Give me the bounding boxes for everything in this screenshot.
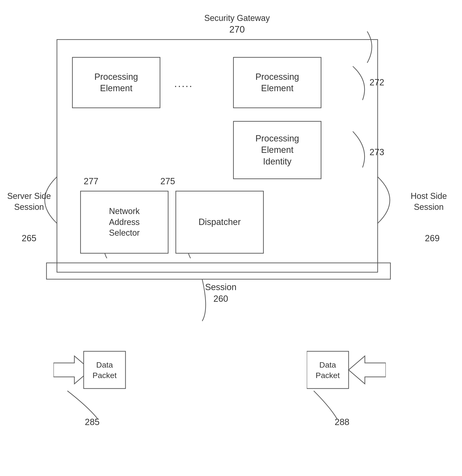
server-side-session-text: Server SideSession [7,191,51,212]
server-side-session-number: 265 [5,233,53,244]
network-address-selector-box: NetworkAddressSelector [80,191,168,254]
dispatcher-label: Dispatcher [198,216,241,228]
processing-element-1-label: ProcessingElement [94,71,138,94]
svg-rect-3 [84,351,125,389]
processing-element-identity-box: ProcessingElementIdentity [233,121,322,179]
host-side-session-label: Host SideSession [404,191,453,213]
svg-text:Data: Data [96,360,113,369]
svg-rect-1 [47,263,390,279]
network-address-selector-label: NetworkAddressSelector [109,206,140,238]
ref-285-label: 285 [85,416,99,428]
security-gateway-label: Security Gateway [190,13,283,24]
svg-marker-9 [349,356,386,384]
svg-rect-6 [307,351,349,389]
ref-288-label: 288 [335,416,349,428]
svg-text:Data: Data [319,360,336,369]
host-side-session-text: Host SideSession [411,191,447,212]
svg-text:Packet: Packet [92,371,117,380]
processing-element-2-box: ProcessingElement [233,57,322,108]
processing-element-identity-label: ProcessingElementIdentity [256,133,299,167]
data-packet-2-svg: Data Packet [307,347,386,393]
dispatcher-box: Dispatcher [175,191,264,254]
server-side-session-label: Server SideSession [5,191,53,213]
session-number: 260 [190,293,251,305]
ref-275-label: 275 [160,176,175,187]
ellipsis-label: ..... [170,77,198,90]
ref-277-label: 277 [84,176,98,187]
session-label: Session [190,281,251,293]
processing-element-2-label: ProcessingElement [256,71,299,94]
svg-text:Packet: Packet [316,371,340,380]
diagram: Security Gateway 270 ProcessingElement .… [0,0,462,476]
data-packet-1-svg: Data Packet [53,347,128,393]
processing-element-1-box: ProcessingElement [72,57,160,108]
security-gateway-number: 270 [190,23,283,35]
ref-272-label: 272 [370,77,384,88]
ref-273-label: 273 [370,147,384,158]
host-side-session-number: 269 [418,233,446,244]
